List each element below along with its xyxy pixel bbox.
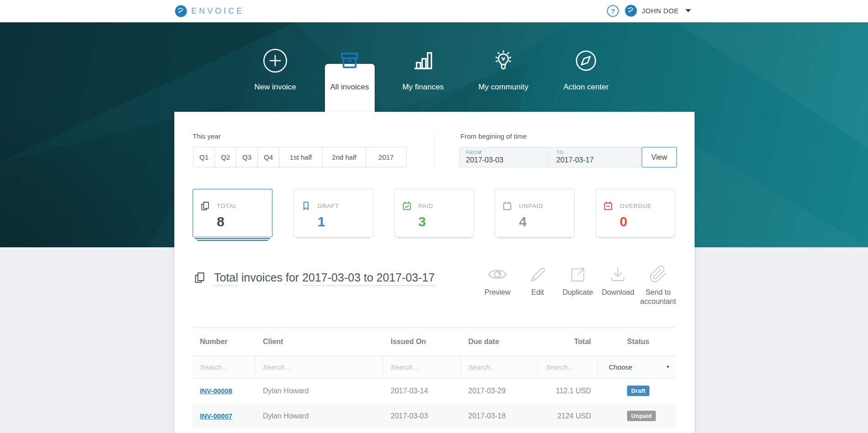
range-filter-label: From begining of time [460, 132, 527, 140]
help-icon[interactable]: ? [607, 5, 619, 17]
title-type-dropdown[interactable]: Total [214, 271, 238, 286]
invoice-link[interactable]: INV-00008 [200, 387, 232, 395]
archive-box-icon [338, 42, 361, 80]
period-1st-half-button[interactable]: 1st half [279, 147, 323, 167]
status-filter-select[interactable]: Choose ▼ [598, 356, 675, 378]
period-q1-button[interactable]: Q1 [193, 147, 215, 167]
nav-item-my-finances[interactable]: My finances [384, 42, 462, 92]
user-menu[interactable]: JOHN DOE [625, 5, 691, 17]
summary-cards: TOTAL 8 DRAFT 1 [193, 189, 675, 237]
client-cell: Dylan Howard [256, 378, 383, 403]
edit-button[interactable]: Edit [518, 265, 558, 306]
date-to-value: 2017-03-17 [556, 156, 640, 164]
nav-item-new-invoice[interactable]: New invoice [236, 42, 314, 92]
bar-chart-icon [412, 42, 434, 80]
nav-item-my-community[interactable]: My community [465, 42, 542, 92]
preview-button[interactable]: Preview [477, 265, 518, 306]
due-date-cell: 2017-03-18 [461, 403, 539, 428]
period-q4-button[interactable]: Q4 [258, 147, 279, 167]
summary-card-overdue[interactable]: OVERDUE 0 [596, 189, 675, 237]
section-title: Total invoices for 2017-03-03 to 2017-03… [193, 271, 435, 285]
table-row: INV-00007 Dylan Howard 2017-03-03 2017-0… [193, 403, 675, 428]
card-label: DRAFT [318, 203, 339, 209]
search-client-input[interactable] [256, 356, 383, 378]
date-from-label: FROM [466, 150, 548, 155]
card-value: 0 [620, 214, 675, 229]
summary-card-draft[interactable]: DRAFT 1 [293, 189, 373, 237]
brand-name: ENVOICE [191, 6, 244, 16]
bulk-actions: Preview Edit Duplicate [477, 265, 678, 306]
eye-icon [487, 265, 508, 283]
calendar-icon [502, 200, 513, 212]
column-header-status: Status [598, 328, 675, 355]
search-due-date-input[interactable] [461, 356, 538, 378]
invoice-link[interactable]: INV-00007 [200, 412, 232, 420]
date-to-field[interactable]: TO 2017-03-17 [549, 147, 641, 167]
table-row: INV-00008 Dylan Howard 2017-03-14 2017-0… [193, 378, 675, 403]
due-date-cell: 2017-03-29 [461, 378, 539, 403]
issued-on-cell: 2017-03-14 [383, 378, 461, 403]
card-value: 8 [217, 214, 272, 229]
view-button[interactable]: View [642, 147, 677, 167]
download-icon [608, 265, 627, 283]
date-from-field[interactable]: FROM 2017-03-03 [459, 147, 549, 167]
invoices-table: Number Client Issued On Due date Total S… [193, 328, 675, 428]
table-header-row: Number Client Issued On Due date Total S… [193, 328, 675, 356]
period-button-group: Q1 Q2 Q3 Q4 1st half 2nd half 2017 [193, 147, 407, 167]
search-total-input[interactable] [539, 356, 597, 378]
card-value: 4 [519, 214, 574, 229]
search-issued-on-input[interactable] [383, 356, 460, 378]
select-caret-icon: ▼ [666, 365, 670, 369]
date-range-group: FROM 2017-03-03 TO 2017-03-17 View [459, 147, 677, 167]
search-number-input[interactable] [193, 356, 255, 378]
table-search-row: Choose ▼ [193, 356, 675, 378]
compass-icon [574, 42, 598, 80]
bookmark-icon [300, 200, 312, 212]
status-badge: Draft [627, 386, 649, 396]
status-badge: Unpaid [627, 411, 656, 421]
summary-card-paid[interactable]: PAID 3 [394, 189, 474, 237]
summary-card-total[interactable]: TOTAL 8 [193, 189, 272, 237]
card-value: 3 [418, 214, 474, 229]
preset-filter-label: This year [193, 132, 221, 140]
date-to-label: TO [556, 150, 640, 155]
date-from-value: 2017-03-03 [466, 156, 548, 164]
nav-item-action-center[interactable]: Action center [547, 42, 625, 92]
title-range-dropdown[interactable]: 2017-03-03 to 2017-03-17 [302, 271, 435, 286]
duplicate-button[interactable]: Duplicate [558, 265, 598, 306]
card-value: 1 [318, 214, 373, 229]
client-cell: Dylan Howard [256, 403, 383, 428]
chevron-down-icon [685, 9, 691, 12]
period-2017-button[interactable]: 2017 [366, 147, 406, 167]
pencil-icon [528, 265, 547, 283]
card-label: PAID [418, 203, 434, 209]
period-q3-button[interactable]: Q3 [236, 147, 258, 167]
column-header-due-date: Due date [461, 328, 539, 355]
user-name: JOHN DOE [642, 7, 679, 15]
period-q2-button[interactable]: Q2 [215, 147, 236, 167]
column-header-total: Total [539, 328, 598, 355]
card-label: OVERDUE [620, 203, 652, 209]
main-panel: This year Q1 Q2 Q3 Q4 1st half 2nd half … [174, 112, 695, 433]
summary-card-unpaid[interactable]: UNPAID 4 [495, 189, 575, 237]
copy-pages-icon [193, 271, 207, 285]
period-2nd-half-button[interactable]: 2nd half [323, 147, 366, 167]
top-bar: ENVOICE ? JOHN DOE [0, 0, 868, 22]
page-title: Total invoices for 2017-03-03 to 2017-03… [214, 271, 435, 284]
column-header-client: Client [256, 328, 383, 355]
column-header-number: Number [193, 328, 256, 355]
calendar-minus-icon [602, 200, 614, 212]
download-button[interactable]: Download [598, 265, 638, 306]
lightbulb-icon [492, 42, 515, 80]
total-cell: 2124 USD [539, 403, 598, 428]
total-cell: 112.1 USD [539, 378, 598, 403]
envoice-logo-icon [175, 5, 187, 17]
column-header-issued-on: Issued On [383, 328, 461, 355]
copy-pages-icon [199, 200, 211, 212]
card-label: UNPAID [519, 203, 543, 209]
brand-logo[interactable]: ENVOICE [175, 5, 244, 17]
nav-item-all-invoices[interactable]: All invoices [311, 42, 388, 92]
avatar [625, 5, 637, 17]
duplicate-icon [568, 265, 587, 283]
send-to-accountant-button[interactable]: Send to accountant [638, 265, 678, 306]
